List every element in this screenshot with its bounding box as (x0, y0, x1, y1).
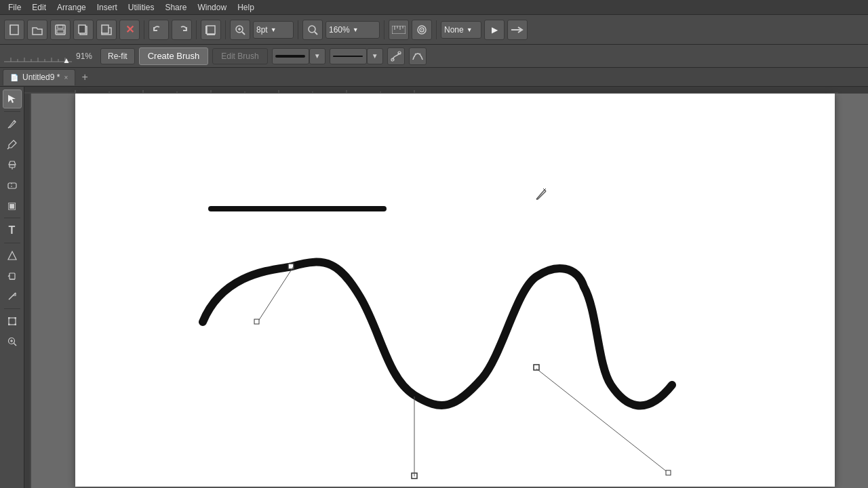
crop-button[interactable] (201, 20, 221, 40)
ruler-area (4, 49, 72, 63)
view-zoom-button[interactable] (302, 20, 323, 40)
tab-untitled9[interactable]: 📄 Untitled9 * × (3, 69, 75, 85)
toolbar2: 91% Re-fit Create Brush Edit Brush ▼ ▼ (0, 45, 868, 68)
canvas-svg (75, 94, 835, 487)
svg-line-53 (9, 293, 16, 300)
svg-marker-41 (8, 95, 16, 103)
stroke-weight-group: ▼ (272, 48, 326, 64)
svg-rect-56 (14, 317, 16, 319)
svg-line-39 (413, 53, 416, 60)
save-button[interactable] (50, 20, 71, 40)
new-tab-button[interactable]: + (78, 70, 92, 84)
stroke-line-thick (275, 55, 305, 58)
svg-rect-58 (14, 324, 16, 326)
wave-path[interactable] (203, 262, 672, 406)
svg-line-16 (315, 32, 317, 35)
corner-icon[interactable] (387, 47, 405, 65)
svg-marker-36 (64, 58, 69, 63)
stroke-style-dropdown[interactable]: ▼ (367, 48, 383, 64)
control-point-1[interactable] (288, 264, 294, 269)
svg-rect-76 (24, 94, 31, 488)
svg-rect-17 (392, 26, 406, 34)
toolbar1: ✕ 8pt ▼ 160% ▼ None ▼ ▶ (0, 15, 868, 45)
svg-rect-55 (8, 317, 10, 319)
left-tool-knife[interactable] (3, 287, 22, 306)
drawing-canvas[interactable] (75, 94, 835, 487)
left-tool-pen[interactable] (3, 115, 22, 134)
svg-line-60 (14, 344, 16, 346)
edit-brush-button[interactable]: Edit Brush (212, 48, 267, 64)
redo-button[interactable] (172, 20, 192, 40)
svg-rect-7 (102, 25, 108, 33)
svg-rect-9 (205, 26, 207, 34)
left-tool-select[interactable] (3, 89, 22, 108)
zoom-select[interactable]: 160% ▼ (326, 21, 380, 39)
menu-arrange[interactable]: Arrange (52, 1, 92, 14)
tab-doc-icon: 📄 (10, 74, 18, 81)
menubar: File Edit Arrange Insert Utilities Share… (0, 0, 868, 15)
follow-select[interactable]: None ▼ (441, 21, 481, 39)
canvas-area (24, 87, 868, 488)
left-tool-transform[interactable] (3, 312, 22, 331)
export-button[interactable] (96, 20, 117, 40)
svg-line-40 (420, 53, 422, 60)
left-tool-zoom[interactable] (3, 332, 22, 351)
tool-sep-3 (4, 243, 20, 243)
handle-line-3 (536, 369, 669, 473)
menu-file[interactable]: File (3, 1, 26, 14)
svg-rect-63 (24, 87, 838, 94)
create-brush-button[interactable]: Create Brush (139, 47, 209, 65)
left-tool-fill[interactable]: ▣ (3, 196, 22, 215)
left-tool-shape[interactable] (3, 246, 22, 265)
stroke-weight-dropdown[interactable]: ▼ (309, 48, 326, 64)
handle-end-2[interactable] (666, 470, 671, 475)
audio-button[interactable] (412, 20, 432, 40)
menu-help[interactable]: Help (232, 1, 260, 14)
stroke-line-thin (333, 56, 363, 57)
ruler-button[interactable] (389, 20, 409, 40)
svg-rect-50 (9, 273, 15, 279)
horizontal-ruler (24, 87, 868, 94)
left-toolbar: ▣ T (0, 87, 24, 488)
new-button[interactable] (4, 20, 24, 40)
separator1 (144, 20, 144, 39)
svg-rect-8 (207, 26, 215, 34)
tool-sep-2 (4, 218, 20, 218)
open-button[interactable] (27, 20, 47, 40)
handle-end-1[interactable] (254, 319, 259, 324)
left-tool-text[interactable]: T (3, 221, 22, 240)
stroke-weight-preview[interactable] (272, 48, 309, 64)
left-tool-cup[interactable] (3, 266, 22, 285)
menu-edit[interactable]: Edit (26, 1, 52, 14)
svg-line-42 (14, 121, 16, 122)
follow-action-button[interactable]: ▶ (484, 20, 505, 40)
undo-button[interactable] (149, 20, 169, 40)
arrow-button[interactable] (507, 20, 528, 40)
svg-line-12 (242, 32, 245, 35)
menu-window[interactable]: Window (192, 1, 232, 14)
svg-rect-57 (8, 324, 10, 326)
menu-utilities[interactable]: Utilities (123, 1, 160, 14)
separator2 (196, 20, 197, 39)
left-tool-eraser[interactable] (3, 176, 22, 195)
curve-icon[interactable] (409, 47, 427, 65)
tabbar: 📄 Untitled9 * × + (0, 68, 868, 87)
delete-button[interactable]: ✕ (119, 20, 140, 40)
tab-close-button[interactable]: × (64, 74, 68, 81)
copy-button[interactable] (73, 20, 94, 40)
stroke-style-preview[interactable] (330, 48, 367, 64)
separator3 (225, 20, 226, 39)
control-point-3[interactable] (534, 365, 539, 370)
menu-insert[interactable]: Insert (92, 1, 123, 14)
left-tool-paint[interactable] (3, 155, 22, 174)
main-area: ▣ T (0, 87, 868, 488)
svg-rect-47 (8, 183, 16, 188)
left-tool-eyedropper[interactable] (3, 135, 22, 154)
svg-point-24 (421, 29, 422, 30)
refit-button[interactable]: Re-fit (100, 48, 135, 64)
zoom-button[interactable] (230, 20, 250, 40)
menu-share[interactable]: Share (159, 1, 192, 14)
stroke-style-group: ▼ (330, 48, 383, 64)
pt-size-select[interactable]: 8pt ▼ (253, 21, 294, 39)
tool-sep-4 (4, 308, 20, 309)
